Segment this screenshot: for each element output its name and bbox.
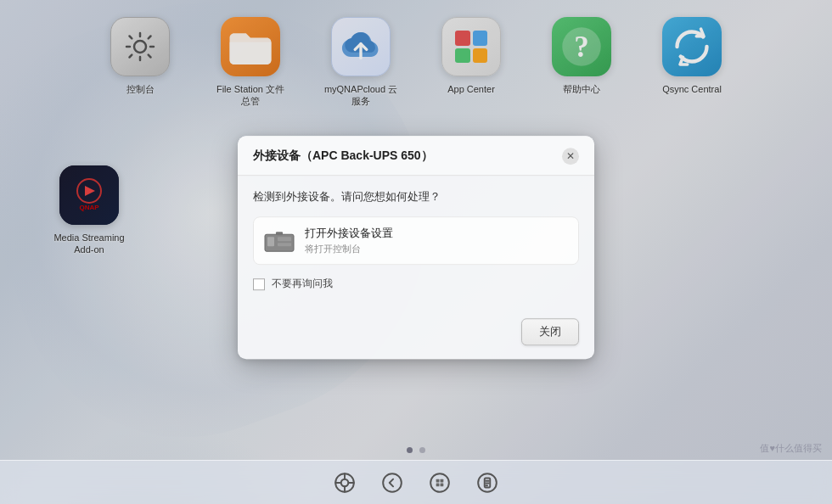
apps-svg [429, 472, 451, 494]
taskbar-network-icon[interactable] [329, 468, 360, 498]
ups-icon-svg [264, 229, 295, 253]
dialog-close-button[interactable]: ✕ [562, 148, 579, 165]
svg-point-19 [383, 473, 402, 492]
svg-rect-12 [276, 232, 283, 235]
dialog-footer: 关闭 [238, 318, 594, 359]
svg-point-20 [430, 473, 449, 492]
taskbar-apps-icon[interactable] [424, 468, 455, 498]
taskbar [0, 460, 832, 504]
device-dialog: 外接设备（APC Back-UPS 650） ✕ 检测到外接设备。请问您想如何处… [238, 136, 594, 359]
watermark: 值♥什么值得买 [760, 442, 822, 455]
dont-ask-checkbox[interactable] [253, 278, 265, 290]
svg-rect-21 [436, 479, 440, 482]
svg-rect-9 [267, 237, 274, 246]
clipboard-svg [476, 472, 498, 494]
dialog-checkbox-row: 不要再询问我 [253, 277, 579, 291]
svg-rect-11 [278, 243, 291, 246]
option-sub: 将打开控制台 [305, 243, 393, 255]
dialog-option-device-settings[interactable]: 打开外接设备设置 将打开控制台 [253, 216, 579, 265]
dont-ask-label: 不要再询问我 [272, 277, 333, 291]
dialog-body: 检测到外接设备。请问您想如何处理？ 打开外接设备设置 将打开控制台 [238, 176, 594, 318]
dialog-title: 外接设备（APC Back-UPS 650） [253, 148, 433, 164]
taskbar-clipboard-icon[interactable] [472, 468, 503, 498]
dialog-header: 外接设备（APC Back-UPS 650） ✕ [238, 136, 594, 176]
svg-rect-10 [278, 237, 291, 241]
taskbar-back-icon[interactable] [377, 468, 408, 498]
svg-rect-23 [436, 483, 440, 486]
svg-point-14 [341, 479, 349, 486]
device-icon [264, 229, 295, 253]
dialog-subtitle: 检测到外接设备。请问您想如何处理？ [253, 189, 579, 204]
dialog-option-text: 打开外接设备设置 将打开控制台 [305, 226, 393, 255]
network-svg [334, 472, 356, 494]
svg-rect-24 [441, 483, 444, 486]
page-dot-1[interactable] [407, 447, 413, 453]
page-dots [407, 447, 425, 453]
desktop: 控制台 File Station 文件总管 myQN [0, 0, 832, 504]
close-button[interactable]: 关闭 [521, 318, 579, 345]
svg-rect-22 [441, 479, 444, 482]
option-main: 打开外接设备设置 [305, 226, 393, 241]
back-svg [381, 472, 403, 494]
page-dot-2[interactable] [419, 447, 425, 453]
